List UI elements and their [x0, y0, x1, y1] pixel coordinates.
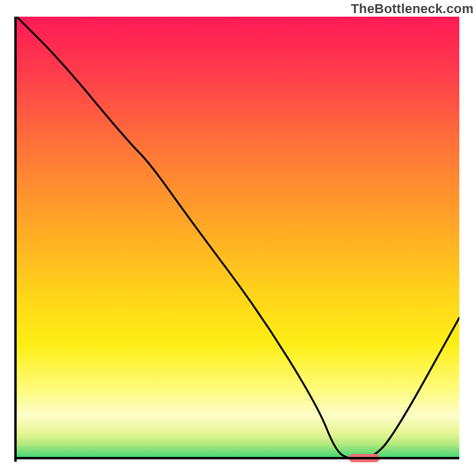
bottleneck-chart: TheBottleneck.com	[0, 0, 476, 476]
plot-area	[17, 17, 459, 459]
watermark-text: TheBottleneck.com	[351, 1, 474, 17]
x-axis	[17, 457, 459, 459]
y-axis	[14, 17, 17, 462]
bottleneck-curve	[17, 17, 459, 459]
